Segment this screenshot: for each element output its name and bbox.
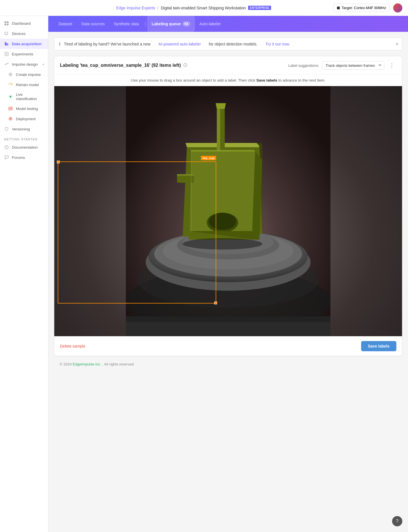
sidebar-label-devices: Devices bbox=[12, 32, 26, 36]
svg-point-42 bbox=[209, 213, 236, 230]
devices-icon bbox=[4, 31, 9, 36]
nav-item-labeling-queue[interactable]: Labeling queue 92 bbox=[147, 16, 195, 32]
svg-rect-5 bbox=[6, 34, 7, 35]
save-labels-instruction: Save labels bbox=[256, 78, 277, 82]
help-button[interactable]: ? bbox=[392, 516, 402, 526]
info-icon: ℹ bbox=[59, 41, 61, 47]
sidebar-label-dashboard: Dashboard bbox=[12, 21, 31, 26]
target-button[interactable]: Target: Cortex-M4F 80MHz bbox=[333, 4, 390, 12]
sidebar-item-documentation[interactable]: Documentation bbox=[0, 142, 48, 152]
svg-rect-2 bbox=[5, 24, 6, 25]
sidebar-label-versioning: Versioning bbox=[12, 127, 30, 131]
nav-item-synthetic-data[interactable]: Synthetic data bbox=[109, 16, 144, 32]
sidebar-item-impulse-design[interactable]: Impulse design ▾ bbox=[0, 59, 48, 69]
labeling-instruction: Use your mouse to drag a box around an o… bbox=[54, 75, 402, 86]
sidebar-item-dashboard[interactable]: Dashboard bbox=[0, 18, 48, 28]
sidebar-item-forums[interactable]: Forums bbox=[0, 152, 48, 163]
image-canvas[interactable]: tea_cup bbox=[54, 86, 402, 336]
sidebar-item-data-acquisition[interactable]: Data acquisition bbox=[0, 39, 48, 49]
sidebar-label-forums: Forums bbox=[12, 155, 25, 160]
notification-try-link[interactable]: Try it out now. bbox=[265, 42, 290, 46]
nav-label-data-sources: Data sources bbox=[81, 22, 105, 26]
content-area: ℹ Tired of labeling by hand? We've launc… bbox=[48, 32, 408, 378]
dashboard-icon bbox=[4, 21, 9, 26]
sidebar-label-retrain-model: Retrain model bbox=[16, 83, 39, 87]
chevron-down-icon: ▾ bbox=[43, 63, 44, 66]
sidebar-label-model-testing: Model testing bbox=[16, 107, 38, 111]
sidebar-item-versioning[interactable]: Versioning bbox=[0, 124, 48, 134]
sidebar-label-experiments: Experiments bbox=[12, 52, 33, 56]
title-info-icon[interactable]: ⓘ bbox=[183, 63, 187, 68]
nav-item-data-sources[interactable]: Data sources bbox=[77, 16, 109, 32]
target-chip-icon bbox=[337, 7, 340, 9]
sidebar-label-impulse-design: Impulse design bbox=[12, 62, 38, 66]
svg-rect-6 bbox=[5, 42, 6, 45]
sidebar-item-model-testing[interactable]: Model testing bbox=[0, 103, 48, 114]
svg-rect-4 bbox=[5, 32, 8, 34]
sidebar-item-create-impulse[interactable]: Create impulse bbox=[0, 69, 48, 80]
footer-company-link[interactable]: EdgeImpulse Inc. bbox=[73, 362, 101, 366]
user-avatar[interactable] bbox=[393, 3, 402, 13]
main-content: Dataset Data sources Synthetic data | La… bbox=[48, 16, 408, 532]
experiments-icon bbox=[4, 51, 9, 57]
sidebar-label-create-impulse: Create impulse bbox=[16, 72, 41, 77]
nav-label-labeling-queue: Labeling queue bbox=[152, 22, 181, 26]
delete-sample-button[interactable]: Delete sample bbox=[60, 344, 86, 348]
model-testing-icon bbox=[8, 106, 13, 111]
svg-marker-37 bbox=[216, 103, 226, 109]
footer-rights: . All rights reserved bbox=[102, 362, 134, 366]
sidebar-label-documentation: Documentation bbox=[12, 145, 38, 149]
labeling-footer: Delete sample Save labels bbox=[54, 336, 402, 356]
sidebar: EDGE IMPULSE Dashboard Devices bbox=[0, 0, 48, 532]
breadcrumb-separator: / bbox=[157, 6, 159, 10]
sidebar-item-deployment[interactable]: Deployment bbox=[0, 114, 48, 124]
page-footer: © 2024 EdgeImpulse Inc. . All rights res… bbox=[54, 356, 402, 372]
suggestions-label: Label suggestions: bbox=[288, 63, 319, 68]
sidebar-label-data-acquisition: Data acquisition bbox=[12, 42, 41, 46]
nav-label-dataset: Dataset bbox=[59, 22, 72, 26]
documentation-icon bbox=[4, 145, 9, 150]
sidebar-item-live-classification[interactable]: Live classification bbox=[0, 90, 48, 103]
labeling-header: Labeling 'tea_cup_omniverse_sample_16' (… bbox=[54, 56, 402, 75]
svg-rect-3 bbox=[7, 24, 9, 25]
nav-item-auto-labeler[interactable]: Auto-labeler bbox=[195, 16, 226, 32]
versioning-icon bbox=[4, 126, 9, 132]
impulse-design-icon bbox=[4, 62, 9, 67]
experts-link[interactable]: Edge Impulse Experts bbox=[116, 6, 155, 10]
top-header: Edge Impulse Experts / Digital twin-enab… bbox=[0, 0, 408, 16]
getting-started-label: GETTING STARTED bbox=[0, 134, 48, 142]
nav-divider: | bbox=[143, 21, 147, 26]
svg-rect-0 bbox=[5, 21, 6, 23]
create-impulse-icon bbox=[8, 72, 13, 77]
more-options-button[interactable]: ⋮ bbox=[387, 61, 396, 70]
nav-label-auto-labeler: Auto-labeler bbox=[199, 22, 221, 26]
secondary-nav: Dataset Data sources Synthetic data | La… bbox=[48, 16, 408, 32]
notification-close-button[interactable]: × bbox=[395, 41, 399, 47]
notification-link[interactable]: AI-powered auto-labeler bbox=[159, 42, 201, 46]
save-labels-button[interactable]: Save labels bbox=[361, 341, 396, 351]
svg-marker-39 bbox=[191, 150, 255, 151]
queue-badge: 92 bbox=[182, 21, 190, 26]
tea-cup-image: tea_cup bbox=[54, 86, 402, 336]
svg-rect-7 bbox=[6, 43, 7, 45]
sidebar-nav: Dashboard Devices Data acquisition bbox=[0, 16, 48, 532]
data-acquisition-icon bbox=[4, 41, 9, 46]
target-label: Target: Cortex-M4F 80MHz bbox=[342, 6, 386, 10]
svg-rect-8 bbox=[8, 44, 8, 45]
label-suggestions-select[interactable]: Track objects between frames bbox=[322, 61, 384, 70]
sidebar-item-devices[interactable]: Devices bbox=[0, 28, 48, 39]
label-suggestions-area: Label suggestions: Track objects between… bbox=[288, 61, 396, 70]
sidebar-item-retrain-model[interactable]: Retrain model bbox=[0, 80, 48, 90]
labeling-section: Labeling 'tea_cup_omniverse_sample_16' (… bbox=[54, 56, 402, 356]
scene-svg bbox=[54, 86, 402, 336]
live-classification-icon bbox=[8, 94, 13, 99]
notification-text-after: for object detection models. bbox=[209, 42, 257, 46]
nav-item-dataset[interactable]: Dataset bbox=[54, 16, 77, 32]
svg-rect-1 bbox=[7, 21, 9, 23]
retrain-model-icon bbox=[8, 82, 13, 87]
sidebar-label-deployment: Deployment bbox=[16, 117, 36, 121]
sidebar-item-experiments[interactable]: Experiments bbox=[0, 49, 48, 59]
labeling-title-text: Labeling 'tea_cup_omniverse_sample_16' (… bbox=[60, 63, 181, 68]
header-right: Target: Cortex-M4F 80MHz bbox=[333, 3, 402, 13]
svg-rect-51 bbox=[126, 322, 330, 336]
